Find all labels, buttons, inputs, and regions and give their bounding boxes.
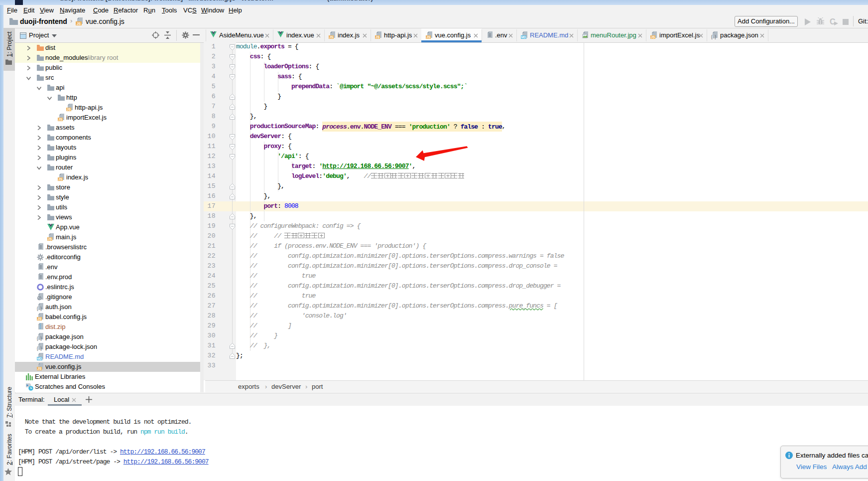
svg-text:JS: JS (58, 177, 63, 181)
svg-text:JS: JS (48, 237, 52, 241)
svg-text:JS: JS (426, 35, 431, 39)
svg-text:MD: MD (37, 357, 42, 360)
svg-text:JS: JS (37, 317, 42, 321)
svg-text:JS: JS (375, 35, 380, 39)
svg-text:MD: MD (521, 35, 526, 39)
svg-text:JS: JS (67, 108, 71, 111)
svg-text:JS: JS (651, 35, 655, 39)
svg-text:JS: JS (58, 118, 63, 121)
svg-text:{..}: {..} (37, 336, 42, 341)
svg-text:JS: JS (37, 367, 42, 370)
svg-text:{..}: {..} (37, 346, 42, 351)
svg-text:{..}: {..} (37, 306, 42, 311)
svg-text:JS: JS (329, 35, 334, 39)
svg-text:{..}: {..} (711, 34, 716, 39)
svg-text:JS: JS (77, 22, 81, 25)
